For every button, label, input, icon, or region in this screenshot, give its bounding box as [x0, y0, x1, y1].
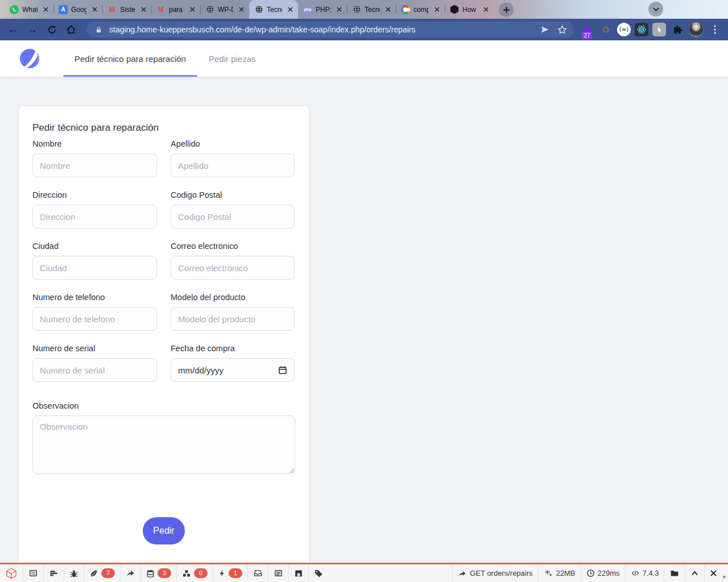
- views-count-badge: 7: [101, 568, 115, 578]
- tab-label: compr: [413, 6, 429, 14]
- browser-tab-tecno-2[interactable]: Tecno: [347, 0, 396, 19]
- tab-close-icon[interactable]: [383, 5, 392, 14]
- browser-tab-google-translate[interactable]: A Googl: [53, 0, 102, 19]
- pointer-extension-icon[interactable]: [652, 23, 666, 36]
- window-minimize-button[interactable]: [670, 2, 685, 16]
- tab-close-icon[interactable]: [432, 5, 441, 14]
- debugbar-events-lightning-icon[interactable]: 1: [213, 564, 248, 582]
- nombre-input[interactable]: [32, 153, 157, 177]
- profile-avatar[interactable]: [689, 22, 704, 37]
- browser-tab-how-to[interactable]: How t: [445, 0, 494, 19]
- tab-close-icon[interactable]: [481, 5, 490, 14]
- tab-search-button[interactable]: [648, 2, 663, 16]
- browser-tab-sistema[interactable]: M Sistem: [102, 0, 151, 19]
- pedir-submit-button[interactable]: Pedir: [143, 517, 185, 544]
- browser-tab-tecno-active[interactable]: Tecno: [249, 0, 298, 19]
- debugbar-laravel-logo-icon[interactable]: [0, 564, 23, 582]
- google-translate-favicon: A: [59, 5, 68, 14]
- debugbar-messages-icon[interactable]: [23, 564, 44, 582]
- modelo-producto-label: Modelo del producto: [171, 293, 295, 302]
- site-logo: [19, 48, 40, 69]
- react-devtools-icon[interactable]: [635, 23, 648, 36]
- observacion-textarea[interactable]: [32, 415, 295, 474]
- debugbar-gate-icon[interactable]: [289, 564, 309, 582]
- numero-telefono-input[interactable]: [32, 307, 157, 331]
- debugbar-folder-button[interactable]: [664, 564, 685, 582]
- debugbar-expand-button[interactable]: [685, 564, 704, 582]
- back-button[interactable]: ←: [5, 21, 22, 38]
- field-observacion: Observacion: [32, 401, 295, 476]
- reload-button[interactable]: [43, 21, 60, 38]
- debugbar-route-icon[interactable]: [121, 564, 141, 582]
- debugbar-cache-tag-icon[interactable]: [309, 564, 328, 582]
- debugbar-queries-database-icon[interactable]: 3: [141, 564, 177, 582]
- window-close-button[interactable]: [711, 2, 726, 16]
- debugbar-views-leaf-icon[interactable]: 7: [84, 564, 121, 582]
- events-count-badge: 1: [229, 568, 242, 578]
- recycle-extension-icon[interactable]: ♻: [598, 22, 613, 37]
- browser-tab-wp-dashboard[interactable]: WP-Da: [200, 0, 249, 19]
- direccion-input[interactable]: [32, 205, 157, 228]
- field-numero-serial: Numero de serial: [32, 344, 157, 382]
- tab-pedir-tecnico[interactable]: Pedir técnico para reparación: [63, 40, 197, 77]
- whatsapp-favicon: [10, 5, 19, 14]
- modelo-producto-input[interactable]: [171, 307, 295, 331]
- browser-tab-compra[interactable]: compr: [396, 0, 445, 19]
- debugbar-models-icon[interactable]: 0: [177, 564, 213, 582]
- field-direccion: Direccion: [32, 190, 157, 228]
- tab-close-icon[interactable]: [90, 5, 99, 14]
- numero-telefono-label: Numero de telefono: [32, 293, 157, 302]
- send-to-device-icon[interactable]: [539, 23, 551, 36]
- tab-close-icon[interactable]: [334, 5, 344, 14]
- purple-extension-icon[interactable]: 27: [580, 22, 594, 37]
- home-button[interactable]: [63, 21, 80, 38]
- fecha-compra-input[interactable]: mm/dd/yyyy: [171, 358, 295, 382]
- tab-close-icon[interactable]: [286, 5, 295, 14]
- debugbar-exceptions-bug-icon[interactable]: [64, 564, 84, 582]
- gmail-favicon: M: [107, 5, 117, 14]
- browser-window: Whats A Googl M Sistem M para s: [0, 0, 728, 582]
- browser-menu-icon[interactable]: [708, 22, 722, 37]
- debugbar-mails-icon[interactable]: [248, 564, 268, 582]
- codigo-postal-label: Codigo Postal: [171, 190, 295, 199]
- lock-icon[interactable]: [92, 23, 105, 36]
- debugbar-memory-usage[interactable]: 22MB: [538, 564, 581, 582]
- numero-serial-input[interactable]: [32, 358, 157, 382]
- json-viewer-extension-icon[interactable]: {≡}: [617, 23, 631, 36]
- address-bar[interactable]: staging.home-kueppersbusch.com/de-de/wp-…: [86, 22, 574, 38]
- debugbar-php-version[interactable]: 7.4.3: [625, 564, 664, 582]
- php-favicon: php: [303, 5, 312, 14]
- browser-tab-whatsapp[interactable]: Whats: [5, 0, 53, 19]
- numero-serial-label: Numero de serial: [32, 344, 157, 353]
- tab-label: Sistem: [120, 6, 135, 14]
- correo-electronico-input[interactable]: [171, 256, 295, 280]
- tab-close-icon[interactable]: [139, 5, 148, 14]
- tab-close-icon[interactable]: [41, 5, 50, 14]
- tab-close-icon[interactable]: [188, 5, 197, 14]
- browser-tab-para-s[interactable]: M para s: [151, 0, 200, 19]
- tab-label: Pedir piezas: [209, 54, 256, 64]
- browser-tab-php-docs[interactable]: php PHP: g: [298, 0, 347, 19]
- bookmark-star-icon[interactable]: [556, 23, 568, 36]
- tab-label: Tecno: [365, 6, 380, 14]
- debugbar-close-button[interactable]: [704, 564, 722, 582]
- tab-close-icon[interactable]: [237, 5, 246, 14]
- codigo-postal-input[interactable]: [171, 205, 295, 228]
- debugbar-session-icon[interactable]: [268, 564, 289, 582]
- apellido-input[interactable]: [171, 153, 295, 177]
- form-title: Pedir técnico para reparación: [32, 122, 295, 134]
- debugbar-request-status[interactable]: GET orders/repairs: [452, 564, 537, 582]
- tab-pedir-piezas[interactable]: Pedir piezas: [197, 40, 267, 77]
- apellido-label: Apellido: [171, 139, 295, 148]
- forward-button[interactable]: →: [24, 21, 41, 38]
- new-tab-button[interactable]: [499, 2, 514, 17]
- extensions-puzzle-icon[interactable]: [670, 22, 685, 37]
- ciudad-input[interactable]: [32, 256, 157, 280]
- calendar-icon[interactable]: [278, 365, 287, 375]
- window-maximize-button[interactable]: [690, 2, 705, 16]
- debugbar-timeline-icon[interactable]: [44, 564, 64, 582]
- url-text[interactable]: staging.home-kueppersbusch.com/de-de/wp-…: [109, 25, 534, 34]
- debugbar-request-time[interactable]: 229ms: [581, 564, 625, 582]
- page-scroll-caret-icon[interactable]: ▾: [722, 564, 728, 582]
- field-ciudad: Ciudad: [32, 242, 157, 280]
